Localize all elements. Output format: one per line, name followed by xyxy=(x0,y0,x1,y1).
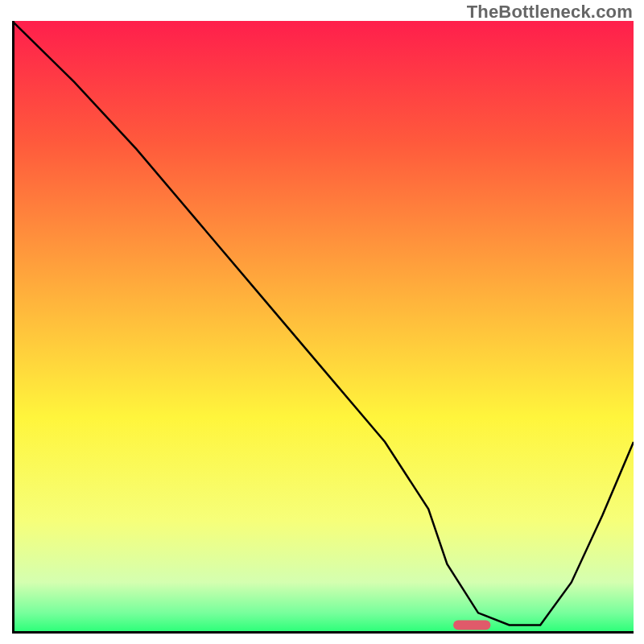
gradient-background xyxy=(12,21,634,631)
chart-svg xyxy=(12,21,634,631)
y-axis xyxy=(12,21,14,634)
watermark-text: TheBottleneck.com xyxy=(467,2,633,23)
x-axis xyxy=(12,631,634,634)
optimal-marker xyxy=(453,620,490,630)
plot-area xyxy=(12,21,634,631)
chart-container: TheBottleneck.com xyxy=(0,0,644,644)
